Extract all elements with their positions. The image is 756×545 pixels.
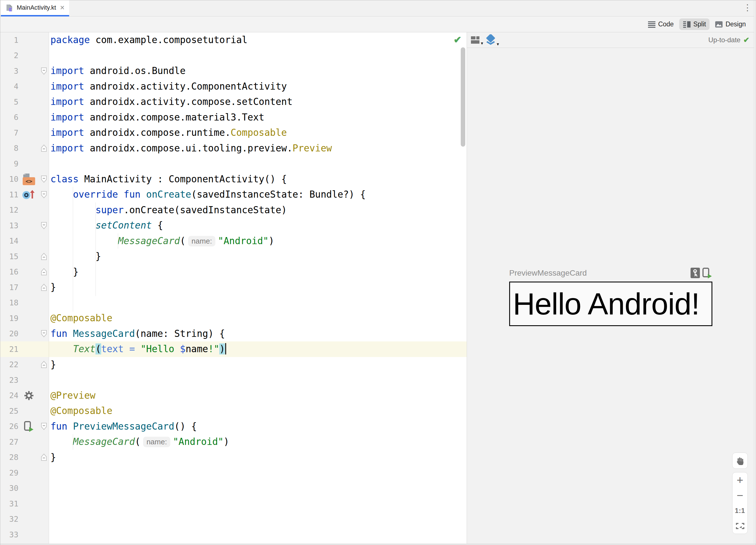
code-text[interactable]: fun PreviewMessageCard() { xyxy=(49,419,467,434)
compose-preview-surface[interactable]: Hello Android! xyxy=(509,282,712,326)
code-text[interactable]: MessageCard(name:"Android") xyxy=(49,233,467,249)
code-mode-button[interactable]: Code xyxy=(644,18,678,30)
code-text[interactable]: import androidx.compose.ui.tooling.previ… xyxy=(49,141,467,156)
fold-marker[interactable] xyxy=(39,330,48,338)
code-text[interactable]: fun MessageCard(name: String) { xyxy=(49,326,467,342)
code-line[interactable]: 22} xyxy=(0,357,467,373)
code-line[interactable]: 31 xyxy=(0,496,467,512)
code-text[interactable]: package com.example.composetutorial xyxy=(49,32,467,48)
code-text[interactable]: import androidx.compose.runtime.Composab… xyxy=(49,125,467,141)
code-line[interactable]: 28} xyxy=(0,450,467,465)
code-line[interactable]: 3import android.os.Bundle xyxy=(0,63,467,79)
close-tab-icon[interactable]: × xyxy=(60,4,65,12)
code-line[interactable]: 19@Composable xyxy=(0,311,467,326)
tab-mainactivity[interactable]: MainActivity.kt × xyxy=(1,0,69,15)
kebab-menu-icon[interactable]: ⋮ xyxy=(743,3,752,12)
code-line[interactable]: 23 xyxy=(0,372,467,388)
zoom-actual-size-button[interactable]: 1:1 xyxy=(732,503,747,518)
run-preview-icon[interactable] xyxy=(702,268,712,280)
fold-marker[interactable] xyxy=(39,252,48,260)
code-line[interactable]: 12 super.onCreate(savedInstanceState) xyxy=(0,202,467,218)
code-line[interactable]: 20fun MessageCard(name: String) { xyxy=(0,326,467,342)
code-line[interactable]: 25@Composable xyxy=(0,403,467,419)
code-text[interactable]: } xyxy=(49,357,467,373)
code-text[interactable]: override fun onCreate(savedInstanceState… xyxy=(49,187,467,202)
code-text[interactable]: import androidx.compose.material3.Text xyxy=(49,110,467,125)
code-text[interactable]: MessageCard(name:"Android") xyxy=(49,434,467,450)
gear-icon[interactable] xyxy=(24,391,34,401)
code-text[interactable] xyxy=(49,465,467,481)
grid-view-icon[interactable]: ▾ xyxy=(470,35,481,45)
code-text[interactable] xyxy=(49,481,467,496)
code-text[interactable]: super.onCreate(savedInstanceState) xyxy=(49,202,467,218)
code-line[interactable]: 16 } xyxy=(0,264,467,280)
code-text[interactable]: class MainActivity : ComponentActivity()… xyxy=(49,171,467,187)
code-text[interactable]: @Preview xyxy=(49,388,467,404)
code-text[interactable]: import android.os.Bundle xyxy=(49,63,467,79)
inspections-ok-check-icon[interactable]: ✔ xyxy=(454,34,462,45)
code-line[interactable]: 8import androidx.compose.ui.tooling.prev… xyxy=(0,141,467,156)
code-line[interactable]: 17} xyxy=(0,280,467,295)
code-text[interactable]: @Composable xyxy=(49,403,467,419)
code-line[interactable]: 21 Text(text = "Hello $name!") xyxy=(0,342,467,357)
code-editor[interactable]: 1package com.example.composetutorial23im… xyxy=(0,32,467,545)
fold-marker[interactable] xyxy=(39,222,48,229)
code-text[interactable]: import androidx.activity.compose.setCont… xyxy=(49,94,467,110)
code-line[interactable]: 32 xyxy=(0,512,467,527)
code-text[interactable]: } xyxy=(49,280,467,295)
code-line[interactable]: 26fun PreviewMessageCard() { xyxy=(0,419,467,434)
code-line[interactable]: 18 xyxy=(0,295,467,311)
run-preview-device-icon[interactable] xyxy=(24,421,34,432)
zoom-in-button[interactable]: + xyxy=(732,472,747,488)
fold-marker[interactable] xyxy=(39,191,48,198)
interactive-mode-icon[interactable] xyxy=(691,268,700,279)
code-line[interactable]: 9 xyxy=(0,156,467,171)
editor-scrollbar-thumb[interactable] xyxy=(461,47,465,147)
code-line[interactable]: 14 MessageCard(name:"Android") xyxy=(0,233,467,249)
code-line[interactable]: 13 setContent { xyxy=(0,218,467,233)
code-text[interactable]: } xyxy=(49,450,467,465)
code-line[interactable]: 2 xyxy=(0,48,467,63)
code-line[interactable]: 15 } xyxy=(0,249,467,264)
code-text[interactable]: setContent { xyxy=(49,218,467,233)
code-line[interactable]: 30 xyxy=(0,481,467,496)
override-method-icon[interactable] xyxy=(22,189,36,200)
code-line[interactable]: 33 xyxy=(0,527,467,542)
code-text[interactable]: import androidx.activity.ComponentActivi… xyxy=(49,79,467,94)
design-mode-button[interactable]: Design xyxy=(711,18,749,30)
zoom-out-button[interactable]: − xyxy=(732,488,747,503)
code-text[interactable] xyxy=(49,156,467,171)
fold-marker[interactable] xyxy=(39,268,48,276)
code-line[interactable]: 4import androidx.activity.ComponentActiv… xyxy=(0,79,467,94)
fold-marker[interactable] xyxy=(39,423,48,430)
code-line[interactable]: 10<>class MainActivity : ComponentActivi… xyxy=(0,171,467,187)
code-line[interactable]: 5import androidx.activity.compose.setCon… xyxy=(0,94,467,110)
code-text[interactable]: Text(text = "Hello $name!") xyxy=(49,342,467,357)
fold-marker[interactable] xyxy=(39,453,48,461)
code-text[interactable]: @Composable xyxy=(49,311,467,326)
code-line[interactable]: 1package com.example.composetutorial xyxy=(0,32,467,48)
code-text[interactable] xyxy=(49,372,467,388)
code-line[interactable]: 29 xyxy=(0,465,467,481)
code-text[interactable] xyxy=(49,48,467,63)
code-text[interactable] xyxy=(49,295,467,311)
code-text[interactable] xyxy=(49,527,467,542)
fold-marker[interactable] xyxy=(39,67,48,75)
code-line[interactable]: 11 override fun onCreate(savedInstanceSt… xyxy=(0,187,467,202)
layout-and-code-icon[interactable]: <> xyxy=(23,173,35,185)
code-line[interactable]: 24@Preview xyxy=(0,388,467,404)
preview-name-label[interactable]: PreviewMessageCard xyxy=(509,268,587,278)
fold-marker[interactable] xyxy=(39,284,48,291)
code-line[interactable]: 7import androidx.compose.runtime.Composa… xyxy=(0,125,467,141)
split-mode-button[interactable]: Split xyxy=(679,18,710,30)
zoom-to-fit-button[interactable] xyxy=(732,518,747,534)
layers-icon[interactable]: ▾ xyxy=(485,34,496,46)
fold-marker[interactable] xyxy=(39,361,48,368)
code-line[interactable]: 27 MessageCard(name:"Android") xyxy=(0,434,467,450)
code-text[interactable]: } xyxy=(49,249,467,264)
fold-marker[interactable] xyxy=(39,175,48,183)
pan-tool-button[interactable] xyxy=(732,453,748,469)
code-text[interactable] xyxy=(49,512,467,527)
fold-marker[interactable] xyxy=(39,144,48,152)
code-line[interactable]: 6import androidx.compose.material3.Text xyxy=(0,110,467,125)
